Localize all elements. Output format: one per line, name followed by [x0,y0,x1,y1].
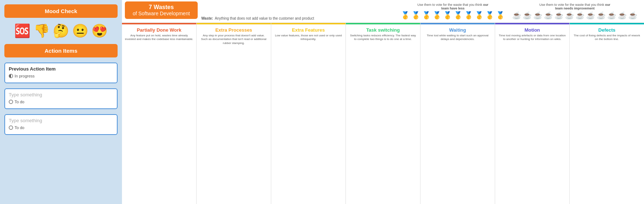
col-defects-title: Defects [571,27,643,33]
col-motion-header: Motion Time lost moving artefacts or dat… [495,23,569,43]
todo-badge-1: To do [9,100,24,104]
col-task-switching: Task switching Switching tasks reduces e… [346,23,420,204]
col-waiting-desc: Time lost while waiting to start such an… [422,34,493,41]
col-task-switching-desc: Switching tasks reduces efficiency. The … [347,34,419,41]
medal-icon-4: 🥇 [432,11,442,20]
emoji-neutral: 😐 [72,24,88,37]
action-input-placeholder-2: Type something [9,118,113,123]
action-input-card-2[interactable]: Type something To do [4,114,118,135]
col-task-switching-header: Task switching Switching tasks reduces e… [346,23,420,43]
emoji-row: 🆘 👎 🤔 😐 😍 [4,21,118,40]
col-waiting: Waiting Time lost while waiting to start… [420,23,495,204]
col-partially-done-desc: Any feature put on hold, wastes time alr… [123,34,195,41]
medal-icon-1: 🥇 [401,11,410,20]
previous-action-card: Previous Action Item In progress [4,63,118,83]
title-line1: 7 Wastes [131,4,191,11]
col-extra-processes-header: Extra Processes Any step in your process… [197,23,271,47]
col-motion: Motion Time lost moving artefacts or dat… [495,23,570,204]
main-content: 7 Wastes of Software Development Waste: … [122,0,644,204]
waste-label: Waste: [201,16,213,20]
mood-check-button[interactable]: Mood Check [4,4,118,18]
col-task-switching-body[interactable] [346,43,420,204]
medal-icon-10: 🥇 [496,11,505,20]
col-extra-processes-body[interactable] [197,47,271,204]
title-block: 7 Wastes of Software Development [125,1,198,19]
emoji-thinking: 🤔 [53,24,69,37]
col-defects: Defects The cost of fixing defects and t… [570,23,644,204]
col-extra-features: Extra Features Low value features, those… [271,23,346,204]
status-dot-todo-1 [9,100,13,104]
col-partially-done-title: Partially Done Work [123,27,195,33]
medal-icon-7: 🥇 [464,11,473,20]
icon-group-less-label: Use them to vote for the waste that you … [416,3,489,10]
left-panel: Mood Check 🆘 👎 🤔 😐 😍 Action Items Previo… [0,0,122,204]
col-extra-processes-desc: Any step in your process that doesn't ad… [198,34,269,45]
action-input-card-1[interactable]: Type something To do [4,88,118,109]
action-items-button[interactable]: Action Items [4,44,118,57]
coffee-icon-10: ☕ [607,11,616,20]
col-motion-body[interactable] [495,43,569,204]
col-defects-desc: The cost of fixing defects and the impac… [571,34,643,41]
coffee-icon-5: ☕ [554,11,564,20]
emoji-love: 😍 [91,24,108,37]
coffee-icon-11: ☕ [618,11,627,20]
waste-desc: Anything that does not add value to the … [215,16,314,20]
icon-group-less: Use them to vote for the waste that you … [401,3,505,20]
medal-icons-row: 🥇 🥇 🥇 🥇 🥇 🥇 🥇 🥇 🥇 🥇 [401,11,505,20]
title-line2: of Software Development [131,11,191,17]
todo-label-1: To do [15,100,24,104]
emoji-thumbsdown: 👎 [33,24,50,37]
previous-action-title: Previous Action Item [9,66,113,72]
coffee-icon-2: ☕ [523,11,532,20]
col-partially-done-header: Partially Done Work Any feature put on h… [122,23,196,43]
action-input-placeholder-1: Type something [9,92,113,97]
col-partially-done: Partially Done Work Any feature put on h… [122,23,197,204]
col-motion-desc: Time lost moving artefacts or data from … [497,34,568,41]
col-extra-features-desc: Low value features, those are not used o… [273,34,344,41]
status-dot-half [9,74,13,78]
coffee-icon-3: ☕ [533,11,542,20]
col-motion-title: Motion [497,27,568,33]
medal-icon-3: 🥇 [422,11,431,20]
todo-label-2: To do [15,125,24,130]
col-extra-features-body[interactable] [271,43,345,204]
medal-icon-6: 🥇 [454,11,463,20]
top-header: 7 Wastes of Software Development Waste: … [122,0,644,23]
coffee-icon-7: ☕ [576,11,585,20]
col-waiting-title: Waiting [422,27,493,33]
status-dot-todo-2 [9,125,13,130]
col-defects-header: Defects The cost of fixing defects and t… [570,23,644,43]
todo-badge-2: To do [9,125,24,130]
col-waiting-header: Waiting Time lost while waiting to start… [420,23,495,43]
col-partially-done-body[interactable] [122,43,196,204]
in-progress-label: In progress [15,74,35,78]
coffee-icon-9: ☕ [597,11,606,20]
icon-group-improvement-label: Use them to vote for the waste that you … [538,3,611,10]
coffee-icons-row: ☕ ☕ ☕ ☕ ☕ ☕ ☕ ☕ ☕ ☕ ☕ ☕ [512,11,637,20]
coffee-icon-8: ☕ [586,11,595,20]
medal-icon-5: 🥇 [443,11,452,20]
coffee-icon-12: ☕ [628,11,637,20]
col-extra-features-header: Extra Features Low value features, those… [271,23,345,43]
coffee-icon-1: ☕ [512,11,521,20]
coffee-icon-6: ☕ [565,11,574,20]
col-extra-processes: Extra Processes Any step in your process… [197,23,271,204]
icon-group-improvement: Use them to vote for the waste that you … [512,3,637,20]
coffee-icon-4: ☕ [544,11,553,20]
medal-icon-8: 🥇 [475,11,484,20]
col-defects-body[interactable] [570,43,644,204]
col-waiting-body[interactable] [420,43,495,204]
header-icons-section: Use them to vote for the waste that you … [314,1,641,21]
col-task-switching-title: Task switching [347,27,419,33]
col-extra-features-title: Extra Features [273,27,344,33]
col-extra-processes-title: Extra Processes [198,27,269,33]
columns-area: Partially Done Work Any feature put on h… [122,23,644,204]
emoji-help: 🆘 [14,24,31,37]
medal-icon-9: 🥇 [485,11,494,20]
in-progress-badge: In progress [9,74,35,78]
medal-icon-2: 🥇 [411,11,420,20]
